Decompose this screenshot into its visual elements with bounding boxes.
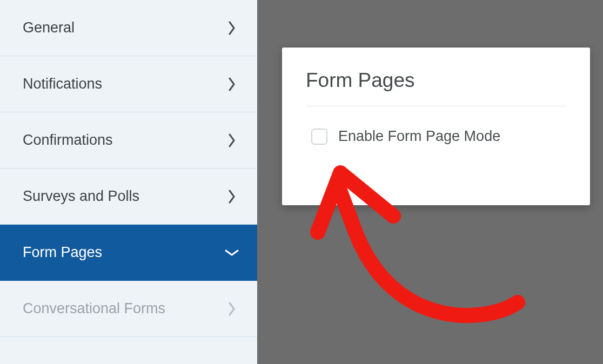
chevron-right-icon — [227, 192, 237, 201]
main-content: Form Pages Enable Form Page Mode — [257, 0, 603, 364]
chevron-right-icon — [227, 304, 237, 314]
enable-form-page-mode-checkbox[interactable] — [311, 129, 327, 145]
sidebar-item-surveys-polls[interactable]: Surveys and Polls — [0, 168, 257, 225]
sidebar-item-conversational-forms[interactable]: Conversational Forms — [0, 281, 257, 337]
sidebar-item-general[interactable]: General — [0, 0, 257, 56]
sidebar-item-label: Form Pages — [23, 244, 102, 261]
sidebar-item-label: General — [23, 19, 75, 36]
sidebar-item-notifications[interactable]: Notifications — [0, 56, 257, 112]
sidebar-item-label: Confirmations — [23, 132, 113, 149]
enable-form-page-mode-row: Enable Form Page Mode — [311, 128, 566, 145]
form-pages-panel: Form Pages Enable Form Page Mode — [282, 48, 590, 205]
sidebar-item-label: Conversational Forms — [23, 300, 165, 317]
chevron-right-icon — [227, 23, 237, 33]
sidebar-item-confirmations[interactable]: Confirmations — [0, 112, 257, 168]
chevron-down-icon — [227, 248, 237, 258]
chevron-right-icon — [227, 79, 237, 89]
settings-sidebar: General Notifications Confirmations Surv… — [0, 0, 257, 364]
sidebar-item-label: Notifications — [23, 76, 102, 92]
chevron-right-icon — [227, 136, 237, 145]
checkbox-label: Enable Form Page Mode — [338, 128, 500, 145]
sidebar-item-label: Surveys and Polls — [23, 188, 139, 205]
sidebar-item-form-pages[interactable]: Form Pages — [0, 225, 257, 281]
panel-title: Form Pages — [306, 69, 566, 106]
